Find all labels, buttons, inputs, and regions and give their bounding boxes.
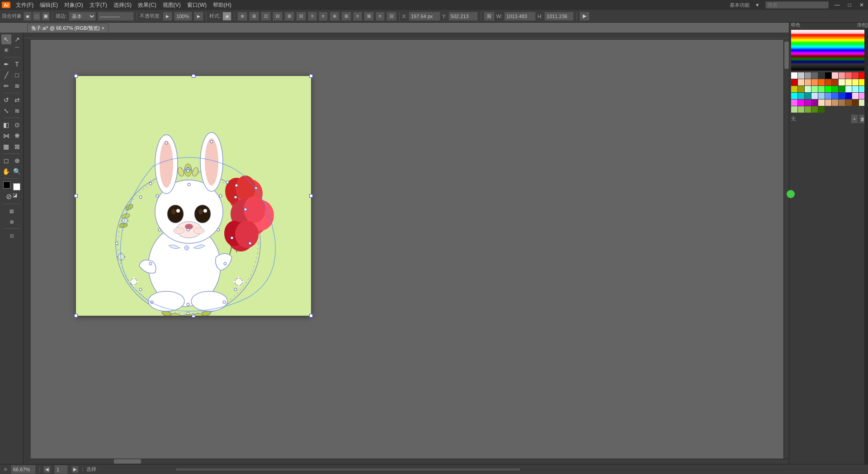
color-swatch[interactable] [818, 100, 825, 106]
align-btn1[interactable]: ⊕ [237, 12, 247, 21]
align-btn14[interactable]: ⊟ [387, 12, 396, 21]
menu-select[interactable]: 选择(S) [111, 0, 134, 10]
pencil-tool-btn[interactable]: ✏ [1, 81, 11, 91]
color-swatch[interactable] [811, 93, 818, 99]
color-swatch[interactable] [839, 72, 845, 79]
vscroll-thumb[interactable] [784, 42, 789, 69]
horizontal-scrollbar[interactable] [24, 459, 789, 464]
color-swatch[interactable] [805, 72, 811, 79]
background-color[interactable] [13, 183, 20, 190]
artboard-tool-btn[interactable]: ⊡ [7, 231, 17, 241]
zoom-tool-btn[interactable]: ⊕ [12, 156, 22, 166]
color-swatch[interactable] [845, 79, 852, 85]
opacity-btn[interactable]: ▶ [163, 12, 172, 21]
panel-plus-btn[interactable]: + [851, 114, 858, 123]
color-swatch[interactable] [805, 106, 811, 113]
color-swatch[interactable] [798, 100, 804, 106]
x-input[interactable] [409, 12, 440, 21]
color-swatch[interactable] [825, 72, 831, 79]
blend-tool-btn[interactable]: ⋈ [1, 131, 11, 141]
zoom2-tool-btn[interactable]: 🔍 [12, 166, 22, 176]
line-tool-btn[interactable]: ╱ [1, 70, 11, 80]
more-btn[interactable]: ▶ [580, 12, 590, 21]
mode-btn3[interactable]: ▣ [42, 12, 50, 21]
align-btn12[interactable]: ⊠ [364, 12, 374, 21]
align-btn8[interactable]: ≡ [319, 12, 328, 21]
link-btn[interactable]: ⛓ [484, 12, 495, 21]
rotate-tool-btn[interactable]: ↺ [1, 95, 11, 105]
color-swatch[interactable] [811, 72, 818, 79]
color-swatch[interactable] [832, 100, 838, 106]
type-tool-btn[interactable]: T [12, 59, 22, 69]
mode-btn2[interactable]: □ [33, 12, 41, 21]
shape-tool-btn[interactable]: □ [12, 70, 22, 80]
menu-help[interactable]: 帮助(H) [210, 0, 234, 10]
color-swatch[interactable] [852, 79, 859, 85]
color-swatch[interactable] [791, 93, 797, 99]
tab-close-btn[interactable]: × [102, 26, 104, 31]
color-swatch[interactable] [798, 72, 804, 79]
color-swatch[interactable] [805, 93, 811, 99]
color-swatch[interactable] [839, 93, 845, 99]
color-swatch[interactable] [811, 100, 818, 106]
align-btn6[interactable]: ⊟ [296, 12, 306, 21]
color-swatch[interactable] [845, 100, 852, 106]
maximize-button[interactable]: □ [846, 1, 854, 9]
color-swatch[interactable] [845, 72, 852, 79]
direct-select-tool-btn[interactable]: ↗ [12, 34, 22, 44]
stroke-select[interactable]: 基本 [69, 12, 96, 21]
color-swatch[interactable] [818, 93, 825, 99]
align-btn2[interactable]: ⊞ [249, 12, 259, 21]
color-swatch[interactable] [798, 93, 804, 99]
lasso-btn[interactable]: ⌒ [12, 45, 22, 55]
gradient-tool-btn[interactable]: ◧ [1, 120, 11, 130]
h-input[interactable] [544, 12, 574, 21]
stroke-fill-toggle[interactable]: ▧ [7, 206, 17, 216]
color-spectrum[interactable] [791, 30, 866, 71]
menu-edit[interactable]: 编辑(E) [37, 0, 61, 10]
align-btn3[interactable]: ⊡ [261, 12, 271, 21]
color-swatch[interactable] [818, 79, 825, 85]
mode-btn1[interactable]: ■ [24, 12, 32, 21]
eraser-tool-btn[interactable]: ◻ [1, 156, 11, 166]
align-btn10[interactable]: ⊞ [341, 12, 351, 21]
align-btn4[interactable]: ⊟ [273, 12, 283, 21]
hand-tool-btn[interactable]: ✋ [1, 166, 11, 176]
color-swatch[interactable] [825, 79, 831, 85]
opacity-btn2[interactable]: ▶ [194, 12, 203, 21]
pen-tool-btn[interactable]: ✒ [1, 59, 11, 69]
default-swatch[interactable]: ◪ [13, 192, 17, 201]
stroke-input[interactable] [98, 12, 134, 21]
color-swatch[interactable] [839, 86, 845, 92]
prev-page-btn[interactable]: ◀ [43, 466, 51, 473]
panel-scrollbar[interactable] [864, 10, 868, 474]
menu-file[interactable]: 文件(F) [13, 0, 36, 10]
color-swatch[interactable] [852, 86, 859, 92]
color-mode-btn[interactable]: ⊞ [7, 217, 17, 227]
color-swatch[interactable] [832, 93, 838, 99]
minimize-button[interactable]: — [832, 1, 842, 9]
color-swatch[interactable] [805, 100, 811, 106]
color-swatch[interactable] [852, 72, 859, 79]
workspace-dropdown[interactable]: ▼ [755, 2, 760, 8]
page-input[interactable] [54, 465, 68, 474]
color-swatch[interactable] [805, 86, 811, 92]
color-swatch[interactable] [825, 100, 831, 106]
magic-wand-btn[interactable]: ✳ [1, 45, 11, 55]
color-swatch[interactable] [852, 100, 859, 106]
color-swatch[interactable] [845, 93, 852, 99]
reflect-tool-btn[interactable]: ⇄ [12, 95, 22, 105]
align-btn11[interactable]: ≡ [353, 12, 362, 21]
color-swatch[interactable] [832, 79, 838, 85]
color-swatch[interactable] [791, 79, 797, 85]
color-swatch[interactable] [791, 100, 797, 106]
color-swatch[interactable] [818, 106, 825, 113]
align-btn9[interactable]: ⊕ [330, 12, 340, 21]
align-btn5[interactable]: ⊞ [284, 12, 294, 21]
color-swatch[interactable] [845, 86, 852, 92]
style-swatch[interactable]: ■ [222, 12, 231, 21]
opacity-input[interactable] [174, 12, 192, 21]
color-swatch[interactable] [825, 86, 831, 92]
align-btn13[interactable]: ≡ [376, 12, 385, 21]
color-swatch[interactable] [811, 79, 818, 85]
